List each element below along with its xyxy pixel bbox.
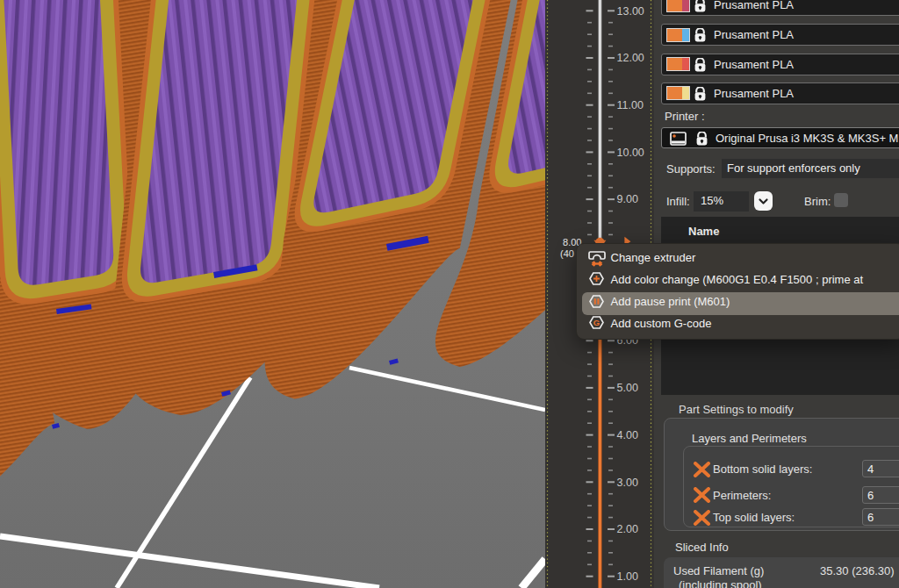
svg-text:5.00: 5.00: [617, 382, 638, 394]
svg-text:G: G: [593, 318, 599, 327]
svg-text:13.00: 13.00: [617, 5, 644, 18]
svg-text:10.00: 10.00: [617, 147, 644, 159]
svg-text:4.00: 4.00: [617, 429, 638, 441]
svg-text:2.00: 2.00: [617, 523, 638, 535]
svg-text:11.00: 11.00: [617, 99, 644, 111]
svg-text:3.00: 3.00: [617, 477, 638, 489]
svg-text:12.00: 12.00: [617, 52, 644, 64]
svg-text:9.00: 9.00: [617, 193, 638, 205]
svg-text:1.00: 1.00: [617, 570, 638, 583]
svg-text:(40: (40: [560, 248, 574, 259]
